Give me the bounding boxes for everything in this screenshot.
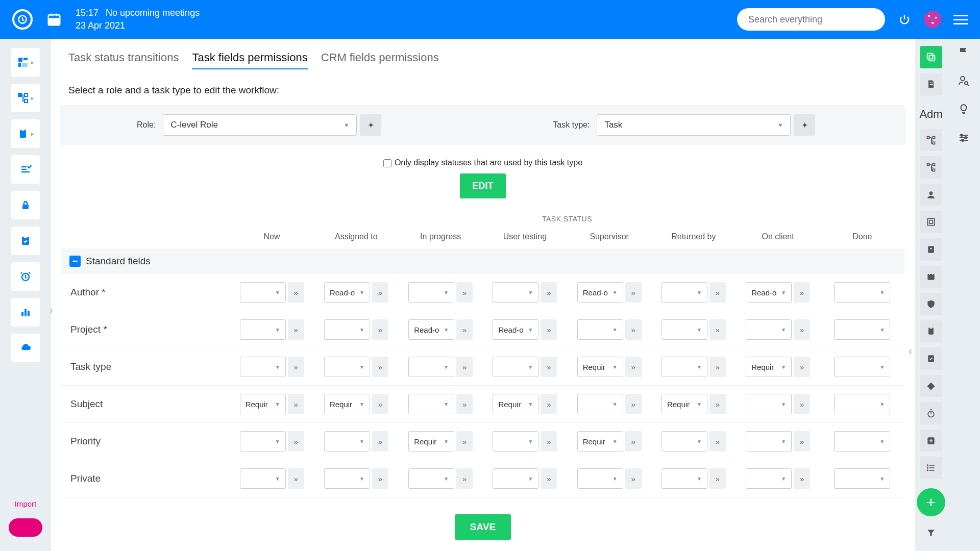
global-search[interactable] xyxy=(737,8,885,31)
copy-icon[interactable] xyxy=(920,46,942,68)
propagate-button[interactable]: » xyxy=(372,468,388,489)
permission-select[interactable]: ▼ xyxy=(834,282,890,303)
permission-select[interactable]: ▼ xyxy=(662,431,707,452)
propagate-button[interactable]: » xyxy=(709,282,726,303)
propagate-button[interactable]: » xyxy=(541,468,557,489)
nav-tree[interactable]: ▸ xyxy=(11,84,40,112)
propagate-button[interactable]: » xyxy=(456,357,473,377)
check-icon[interactable] xyxy=(920,347,942,370)
plus-square-icon[interactable] xyxy=(920,430,942,452)
calendar-icon[interactable] xyxy=(45,10,63,29)
propagate-button[interactable]: » xyxy=(541,431,557,452)
propagate-button[interactable]: » xyxy=(372,319,388,340)
permission-select[interactable]: Requir▼ xyxy=(577,431,623,452)
stopwatch-icon[interactable] xyxy=(920,402,942,424)
person-search-icon[interactable] xyxy=(958,74,970,87)
id-icon[interactable] xyxy=(920,238,942,261)
propagate-button[interactable]: » xyxy=(288,468,304,489)
permission-select[interactable]: Requir▼ xyxy=(324,394,370,414)
role-select[interactable]: C-level Role▼ xyxy=(163,114,357,136)
permission-select[interactable]: Requir▼ xyxy=(493,394,538,414)
app-logo[interactable] xyxy=(12,9,33,30)
permission-select[interactable]: ▼ xyxy=(834,394,890,414)
tree1-icon[interactable] xyxy=(920,129,942,152)
propagate-button[interactable]: » xyxy=(709,357,726,377)
propagate-button[interactable]: » xyxy=(794,282,810,303)
permission-select[interactable]: ▼ xyxy=(577,394,623,414)
edit-button[interactable]: EDIT xyxy=(460,173,505,198)
propagate-button[interactable]: » xyxy=(372,394,388,414)
permission-select[interactable]: ▼ xyxy=(324,357,370,377)
tasktype-select[interactable]: Task▼ xyxy=(597,114,791,136)
permission-select[interactable]: ▼ xyxy=(408,468,454,489)
permission-select[interactable]: ▼ xyxy=(324,431,370,452)
propagate-button[interactable]: » xyxy=(288,282,304,303)
role-add-button[interactable]: ✦ xyxy=(360,114,381,136)
propagate-button[interactable]: » xyxy=(372,357,388,377)
permission-select[interactable]: Requir▼ xyxy=(746,357,792,377)
permission-select[interactable]: Requir▼ xyxy=(240,394,286,414)
create-fab[interactable]: + xyxy=(917,488,945,516)
permission-select[interactable]: ▼ xyxy=(577,468,623,489)
collapse-icon[interactable]: − xyxy=(69,256,81,267)
permission-select[interactable]: ▼ xyxy=(493,431,538,452)
permission-select[interactable]: ▼ xyxy=(746,394,792,414)
calendar2-icon[interactable] xyxy=(920,266,942,288)
user-avatar[interactable] xyxy=(924,11,941,28)
permission-select[interactable]: ▼ xyxy=(834,468,890,489)
nav-checklist[interactable] xyxy=(11,155,40,184)
propagate-button[interactable]: » xyxy=(794,394,810,414)
permission-select[interactable]: ▼ xyxy=(662,357,707,377)
permission-select[interactable]: ▼ xyxy=(746,468,792,489)
filter-checkbox[interactable] xyxy=(383,159,391,167)
propagate-button[interactable]: » xyxy=(288,394,304,414)
permission-select[interactable]: Read-o▼ xyxy=(746,282,792,303)
document-icon[interactable] xyxy=(920,73,942,96)
section-header[interactable]: −Standard fields xyxy=(61,248,904,274)
permission-select[interactable]: ▼ xyxy=(662,282,707,303)
propagate-button[interactable]: » xyxy=(625,282,642,303)
permission-select[interactable]: ▼ xyxy=(662,468,707,489)
propagate-button[interactable]: » xyxy=(625,431,642,452)
flag-icon[interactable] xyxy=(958,46,970,58)
propagate-button[interactable]: » xyxy=(456,319,473,340)
permission-select[interactable]: ▼ xyxy=(662,319,707,340)
list-icon[interactable] xyxy=(920,457,942,479)
propagate-button[interactable]: » xyxy=(625,319,642,340)
permission-select[interactable]: ▼ xyxy=(240,282,286,303)
tree2-icon[interactable] xyxy=(920,156,942,179)
permission-select[interactable]: Requir▼ xyxy=(662,394,707,414)
nav-lock[interactable] xyxy=(11,191,40,219)
permission-select[interactable]: ▼ xyxy=(834,319,890,340)
import-link[interactable]: Import xyxy=(15,499,37,508)
sliders-icon[interactable] xyxy=(958,132,970,144)
permission-select[interactable]: ▼ xyxy=(240,468,286,489)
propagate-button[interactable]: » xyxy=(288,319,304,340)
permission-select[interactable]: ▼ xyxy=(324,468,370,489)
propagate-button[interactable]: » xyxy=(456,282,473,303)
propagate-button[interactable]: » xyxy=(456,394,473,414)
person-icon[interactable] xyxy=(920,184,942,206)
permission-select[interactable]: ▼ xyxy=(746,319,792,340)
propagate-button[interactable]: » xyxy=(709,394,726,414)
propagate-button[interactable]: » xyxy=(541,319,557,340)
propagate-button[interactable]: » xyxy=(541,394,557,414)
search-input[interactable] xyxy=(748,14,874,25)
propagate-button[interactable]: » xyxy=(372,431,388,452)
nav-task-check[interactable] xyxy=(11,227,40,255)
nav-reports[interactable] xyxy=(11,298,40,327)
propagate-button[interactable]: » xyxy=(456,431,473,452)
permission-select[interactable]: Read-o▼ xyxy=(493,319,538,340)
propagate-button[interactable]: » xyxy=(709,468,726,489)
permission-select[interactable]: ▼ xyxy=(408,357,454,377)
propagate-button[interactable]: » xyxy=(794,468,810,489)
propagate-button[interactable]: » xyxy=(794,431,810,452)
propagate-button[interactable]: » xyxy=(541,357,557,377)
permission-select[interactable]: ▼ xyxy=(240,357,286,377)
nav-clipboard[interactable]: ▸ xyxy=(11,119,40,148)
propagate-button[interactable]: » xyxy=(794,357,810,377)
permission-select[interactable]: ▼ xyxy=(577,319,623,340)
permission-select[interactable]: Read-o▼ xyxy=(408,319,454,340)
notification-pill[interactable] xyxy=(9,518,42,537)
propagate-button[interactable]: » xyxy=(288,357,304,377)
